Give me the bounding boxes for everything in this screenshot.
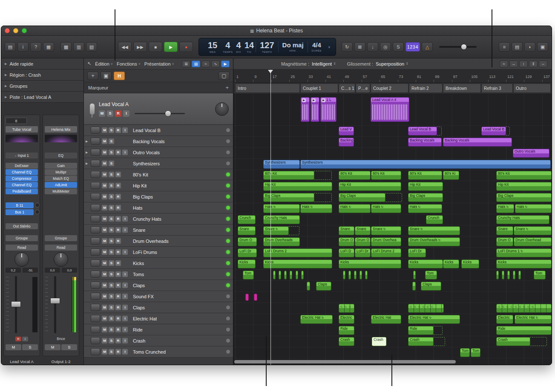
region[interactable]: 80's Kit [263,171,314,180]
input-monitor-button[interactable]: I [122,227,128,233]
region[interactable] [254,294,257,301]
region[interactable]: Big Claps [496,193,552,202]
disclosure-triangle-icon[interactable]: ▶ [86,140,89,143]
track-header-row[interactable]: MSRDrum Overheads [84,236,233,247]
send-slot[interactable]: Bus 1 [6,209,34,215]
solo-button[interactable]: S [109,260,114,266]
region[interactable]: Kicks [339,259,401,268]
region[interactable] [279,271,281,280]
mute-button[interactable]: M [102,260,107,266]
tools-icon[interactable]: ▧ [86,42,97,52]
count-in-button[interactable]: 1234 [405,42,420,52]
region[interactable]: Snare [238,226,256,235]
arrangement-marker[interactable]: Breakdown [443,84,481,93]
lcd-tempo[interactable]: 127TEMPO [256,41,278,53]
zoom-vertical-slider-icon[interactable]: ⇕ [529,61,538,67]
region[interactable]: Kicks [443,259,459,268]
region[interactable]: 80's Kit [496,171,552,180]
region[interactable]: Hip Kit [408,182,443,191]
track-header-row[interactable]: MSRILoFi Drums [84,247,233,258]
lcd-key-signature[interactable]: Do majARM. [279,42,308,52]
region[interactable] [412,282,416,291]
track-lane[interactable]: ▶▶▶1 LLead Vocal A 4 [233,94,552,126]
input-monitor-button[interactable]: I [122,305,128,310]
region[interactable]: Electric Hat↻ [408,315,460,324]
region[interactable]: Electric [339,315,354,324]
record-enable-button[interactable]: R [115,172,121,177]
region[interactable] [245,294,249,301]
record-ready-dot[interactable] [226,272,230,276]
region[interactable]: Hats↻ [371,204,401,213]
input-monitor-button[interactable]: I [122,127,128,133]
quick-help-icon[interactable]: ? [30,42,41,52]
plugin-slot[interactable]: Multipr [45,169,77,175]
list-view-icon[interactable]: ▤ [192,61,200,67]
region[interactable]: Crunch [426,215,443,224]
mute-button[interactable]: M [99,110,105,117]
solo-button[interactable]: S [109,227,114,233]
inspector-icon[interactable]: i [17,42,29,52]
library-icon[interactable]: ▤ [5,42,16,52]
record-ready-dot[interactable] [226,217,230,221]
track-header-row[interactable]: MSRISound FX [84,291,233,302]
track-lane[interactable] [233,292,552,303]
record-enable-button[interactable]: R [115,305,121,310]
input-monitor-button[interactable]: I [122,271,128,277]
mute-button[interactable]: M [102,127,107,133]
region[interactable]: Electric Hat [371,315,401,324]
region[interactable]: Electric Hat↻ [515,315,552,324]
region[interactable]: LoFi Dr [408,248,426,257]
region[interactable]: Hats↻ [263,204,300,213]
region[interactable]: Crunchy Hats [263,215,300,224]
record-ready-dot[interactable] [226,294,230,298]
region[interactable]: Drum Overheads↻ [408,237,460,246]
menu-presentation[interactable]: Présentation∨ [144,61,174,66]
record-ready-dot[interactable] [226,261,230,265]
track-lane[interactable]: TomTom [233,347,552,358]
region[interactable]: Snare [496,226,513,235]
region[interactable]: Outro Vocals [513,149,549,158]
list-editors-icon[interactable]: ≡ [499,42,510,52]
region[interactable]: LoFi Drums 2 [371,248,401,257]
region[interactable]: Kicks [263,259,332,268]
track-header-row[interactable]: MSRHip Kit [84,180,233,191]
channel-strip-setting[interactable]: Helena Mix [45,126,77,133]
region[interactable]: Tom [534,271,546,280]
solo-button[interactable]: S [109,338,114,343]
region[interactable]: Drum Overheads [263,237,300,246]
track-lane[interactable]: CrashCrashCrashCrash [233,336,552,347]
autopunch-icon[interactable]: ⊠ [354,42,365,52]
region[interactable] [348,271,351,280]
channel-strip-setting[interactable]: Tube Vocal [6,126,38,133]
solo-mode-icon[interactable]: S [393,42,404,52]
solo-button[interactable]: S [109,138,114,144]
mute-button[interactable]: M [102,183,107,188]
track-header-row[interactable]: MSRIToms [84,269,233,280]
track-header-row[interactable]: MSRKicks [84,258,233,269]
record-ready-dot[interactable] [226,228,230,232]
region[interactable]: Drum O [496,237,513,246]
record-ready-dot[interactable] [226,128,230,132]
bar-ruler[interactable]: 191725334149576573818997105113121129137 [233,69,552,83]
region[interactable]: Crunchy Hats [496,215,549,224]
region[interactable]: Drum O [339,237,354,246]
volume-thumb[interactable] [461,44,467,50]
input-monitor-button[interactable]: I [122,249,128,255]
region[interactable]: 80's Kit [371,171,401,180]
region[interactable]: Synthesizers [263,160,300,169]
plugin-slot[interactable]: MultiMeter [45,188,77,194]
smart-controls-icon[interactable]: ▩ [60,42,72,52]
snap-select[interactable]: Intelligent⇕ [312,61,336,66]
setting-badge[interactable]: 8 [6,118,27,124]
pan-value[interactable]: 0,2 [6,268,21,273]
mute-button[interactable]: M [102,205,107,210]
region[interactable]: Hats↻ [300,204,332,213]
mute-button[interactable]: M [102,305,107,310]
plugin-slot[interactable]: Pedalboard [6,188,38,194]
solo-button[interactable]: S [107,110,113,117]
catch-playhead-icon[interactable]: ▶ [221,61,230,67]
plugin-slot[interactable]: DeEsser [6,163,38,169]
track-lane[interactable]: TomTomTom [233,270,552,281]
vertical-auto-zoom-icon[interactable]: ↕ [519,61,528,67]
solo-button[interactable]: S [109,194,114,199]
